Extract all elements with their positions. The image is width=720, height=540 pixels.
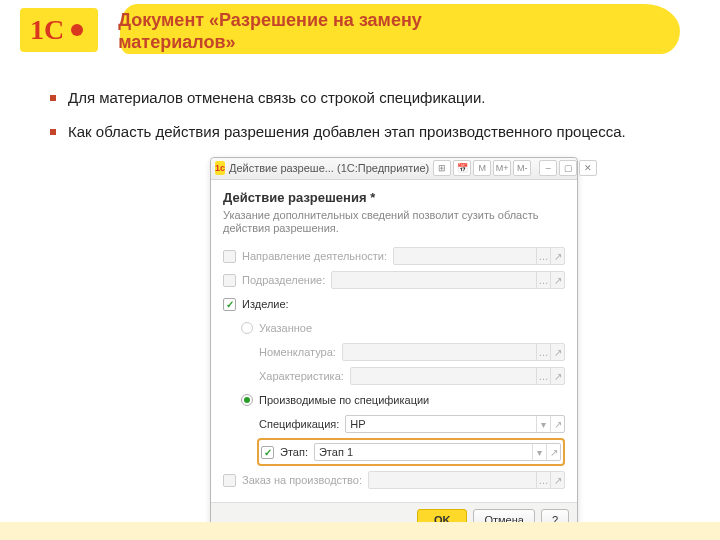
calc-icon[interactable]: ⊞ [433,160,451,176]
min-icon[interactable]: – [539,160,557,176]
open-icon[interactable]: ↗ [550,248,564,264]
product-checkbox[interactable] [223,298,236,311]
spec-label: Спецификация: [259,418,339,430]
open-icon[interactable]: ↗ [550,344,564,360]
by-spec-radio[interactable] [241,394,253,406]
characteristic-field: … ↗ [350,367,565,385]
section-hint: Указание дополнительных сведений позволи… [223,209,565,237]
subdivision-checkbox[interactable] [223,274,236,287]
slide-header: 1C Документ «Разрешение на замену матери… [0,0,720,66]
product-label: Изделие: [242,298,289,310]
specified-radio[interactable] [241,322,253,334]
section-title: Действие разрешения * [223,190,565,205]
nomenclature-label: Номенклатура: [259,346,336,358]
ellipsis-icon[interactable]: … [536,344,550,360]
open-icon[interactable]: ↗ [550,368,564,384]
stage-checkbox[interactable] [261,446,274,459]
sun-icon [66,19,88,41]
ellipsis-icon[interactable]: … [536,368,550,384]
slide-content: Для материалов отменена связь со строкой… [0,66,720,538]
app-window: 1c Действие разреше... (1С:Предприятие) … [210,157,578,539]
list-item: Как область действия разрешения добавлен… [50,122,670,142]
dropdown-icon[interactable]: ▾ [532,444,546,460]
logo-1c: 1C [20,8,98,52]
dropdown-icon[interactable]: ▾ [536,416,550,432]
m-icon[interactable]: M [473,160,491,176]
ellipsis-icon[interactable]: … [536,248,550,264]
titlebar: 1c Действие разреше... (1С:Предприятие) … [211,158,577,180]
app-logo-icon: 1c [215,161,225,175]
order-label: Заказ на производство: [242,474,362,486]
bottom-stripe [0,522,720,540]
open-icon[interactable]: ↗ [550,472,564,488]
close-icon[interactable]: ✕ [579,160,597,176]
window-title: Действие разреше... (1С:Предприятие) [229,162,429,174]
nomenclature-field: … ↗ [342,343,565,361]
open-icon[interactable]: ↗ [550,272,564,288]
restore-icon[interactable]: ▢ [559,160,577,176]
subdivision-field: … ↗ [331,271,565,289]
m-minus-icon[interactable]: M- [513,160,531,176]
calendar-icon[interactable]: 📅 [453,160,471,176]
spec-field[interactable]: НР ▾ ↗ [345,415,565,433]
slide-title: Документ «Разрешение на замену материало… [118,10,478,53]
m-plus-icon[interactable]: M+ [493,160,511,176]
stage-field[interactable]: Этап 1 ▾ ↗ [314,443,561,461]
direction-label: Направление деятельности: [242,250,387,262]
direction-field: … ↗ [393,247,565,265]
stage-label: Этап: [280,446,308,458]
order-checkbox[interactable] [223,474,236,487]
open-icon[interactable]: ↗ [546,444,560,460]
list-item: Для материалов отменена связь со строкой… [50,88,670,108]
ellipsis-icon[interactable]: … [536,472,550,488]
ellipsis-icon[interactable]: … [536,272,550,288]
characteristic-label: Характеристика: [259,370,344,382]
order-field: … ↗ [368,471,565,489]
highlighted-stage-row: Этап: Этап 1 ▾ ↗ [257,438,565,466]
specified-label: Указанное [259,322,312,334]
subdivision-label: Подразделение: [242,274,325,286]
open-icon[interactable]: ↗ [550,416,564,432]
direction-checkbox[interactable] [223,250,236,263]
by-spec-label: Производимые по спецификации [259,394,429,406]
bullet-list: Для материалов отменена связь со строкой… [50,88,670,143]
